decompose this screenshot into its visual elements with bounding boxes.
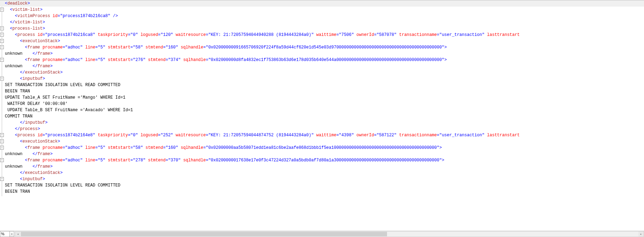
code-line[interactable]: unknown </frame> bbox=[0, 63, 644, 69]
code-line[interactable]: <victim-list> bbox=[0, 7, 644, 13]
code-line[interactable]: <frame procname="adhoc" line="5" stmtsta… bbox=[0, 157, 644, 163]
code-line[interactable]: UPDATE Table_B SET FruitName ='Avacado' … bbox=[0, 107, 644, 113]
code-line[interactable]: <victimProcess id="process1874b216ca8" /… bbox=[0, 13, 644, 19]
code-line[interactable]: unknown </frame> bbox=[0, 51, 644, 57]
code-line[interactable]: <frame procname="adhoc" line="5" stmtsta… bbox=[0, 145, 644, 151]
code-line[interactable]: SET TRANSACTION ISOLATION LEVEL READ COM… bbox=[0, 82, 644, 88]
code-line[interactable]: </victim-list> bbox=[0, 19, 644, 25]
code-line[interactable]: <frame procname="adhoc" line="5" stmtsta… bbox=[0, 57, 644, 63]
code-line[interactable]: </inputbuf> bbox=[0, 120, 644, 126]
zoom-level-input[interactable]: % bbox=[0, 231, 10, 237]
status-bar: % ▾ ◂ ▸ bbox=[0, 231, 644, 237]
zoom-dropdown-button[interactable]: ▾ bbox=[10, 231, 14, 237]
code-line[interactable]: UPDATE Table_A SET FruitName ='Mango' WH… bbox=[0, 94, 644, 101]
code-line[interactable]: <process id="process1874b216ca8" taskpri… bbox=[0, 32, 644, 38]
code-line[interactable]: </executionStack> bbox=[0, 170, 644, 176]
code-editor[interactable]: <deadlock> <victim-list> <victimProcess … bbox=[0, 0, 644, 231]
scroll-left-button[interactable]: ◂ bbox=[15, 231, 21, 237]
code-line[interactable]: WAITFOR DELAY '00:00:08' bbox=[0, 101, 644, 107]
code-line[interactable]: unknown </frame> bbox=[0, 151, 644, 157]
chevron-down-icon: ▾ bbox=[11, 232, 13, 236]
code-line[interactable]: BEGIN TRAN bbox=[0, 189, 644, 195]
code-line[interactable]: <inputbuf> bbox=[0, 176, 644, 182]
code-line[interactable]: </executionStack> bbox=[0, 69, 644, 76]
horizontal-scrollbar[interactable]: ◂ ▸ bbox=[15, 231, 644, 237]
code-line[interactable]: <process id="process1874b2164e8" taskpri… bbox=[0, 132, 644, 138]
code-line[interactable]: <frame procname="adhoc" line="5" stmtsta… bbox=[0, 44, 644, 51]
code-line[interactable]: BEGIN TRAN bbox=[0, 88, 644, 94]
code-line[interactable]: unknown </frame> bbox=[0, 163, 644, 170]
code-line[interactable]: <process-list> bbox=[0, 25, 644, 32]
scroll-thumb[interactable] bbox=[21, 232, 387, 236]
code-line[interactable]: <executionStack> bbox=[0, 138, 644, 145]
code-line[interactable]: <inputbuf> bbox=[0, 76, 644, 82]
scroll-right-button[interactable]: ▸ bbox=[638, 231, 644, 237]
code-line[interactable]: <deadlock> bbox=[0, 0, 644, 7]
code-line[interactable]: SET TRANSACTION ISOLATION LEVEL READ COM… bbox=[0, 182, 644, 189]
editor-content[interactable]: <deadlock> <victim-list> <victimProcess … bbox=[0, 0, 644, 196]
code-line[interactable]: COMMIT TRAN bbox=[0, 113, 644, 120]
code-line[interactable]: </process> bbox=[0, 126, 644, 132]
code-line[interactable]: <executionStack> bbox=[0, 38, 644, 44]
